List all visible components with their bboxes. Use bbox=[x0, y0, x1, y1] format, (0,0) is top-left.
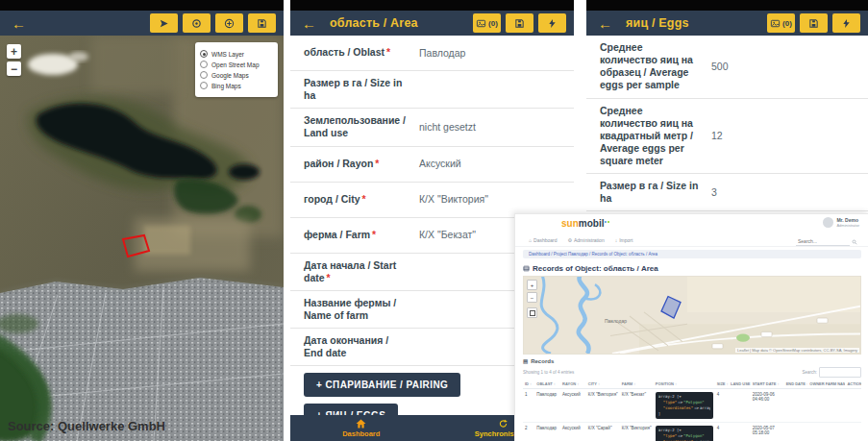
logo-dot-blue bbox=[605, 221, 607, 223]
form-field-row[interactable]: Размер в га / Size in ha 3 bbox=[586, 174, 868, 211]
cell-actions bbox=[845, 389, 861, 423]
zoom-in-button[interactable]: + bbox=[527, 280, 537, 290]
column-header[interactable]: SIZE↕ bbox=[715, 380, 729, 389]
column-header[interactable]: START DATE↕ bbox=[751, 380, 784, 389]
table-header-row: ID↕OBLAST↕RAYON↕CITY↕FARM↕POSITION↕SIZE↕… bbox=[523, 380, 861, 389]
column-header-label: ACTIONS bbox=[847, 381, 861, 386]
records-title-text: Records bbox=[531, 358, 554, 364]
map-controls: + − bbox=[527, 280, 537, 318]
sunmobil-logo[interactable]: sunmobil bbox=[561, 218, 609, 229]
field-label: Среднее количество яиц на образец / Aver… bbox=[600, 41, 700, 92]
cell-farm: К/Х "Бекзат" bbox=[620, 389, 654, 423]
column-header[interactable]: OWNER FARM NAME↕ bbox=[807, 380, 845, 389]
form-field-row[interactable]: город / City* К/Х "Виктория" bbox=[290, 183, 574, 218]
flash-button[interactable] bbox=[832, 13, 860, 33]
required-asterisk: * bbox=[375, 158, 379, 169]
cell-farm: К/Х "Виктория" bbox=[620, 422, 654, 441]
nav-link[interactable]: ⚙Administration bbox=[568, 237, 605, 243]
table-row[interactable]: 2 Павлодар Аксуский К/Х "Сарай" К/Х "Вик… bbox=[523, 422, 861, 441]
user-menu[interactable]: Mr. DemoAdministrator bbox=[823, 217, 859, 228]
photo-count: (0) bbox=[782, 19, 792, 28]
form-field-row[interactable]: Среднее количество яиц на квадратный мет… bbox=[586, 99, 868, 175]
save-button[interactable] bbox=[248, 13, 276, 33]
column-header[interactable]: RAYON↕ bbox=[560, 380, 586, 389]
back-icon[interactable]: ← bbox=[302, 16, 316, 31]
gps-target-button[interactable] bbox=[183, 13, 211, 33]
back-icon[interactable]: ← bbox=[598, 16, 612, 31]
radio-icon bbox=[200, 71, 208, 79]
photos-button[interactable]: (0) bbox=[473, 13, 501, 33]
cell-position: array:2 [▼ "type"=>"Polygon" "coordinate… bbox=[654, 422, 715, 441]
form-field-row[interactable]: Среднее количество яиц на образец / Aver… bbox=[586, 36, 868, 99]
column-header[interactable]: POSITION↕ bbox=[654, 380, 715, 389]
page-title: яиц / Eggs bbox=[626, 16, 689, 30]
cell-id: 2 bbox=[523, 422, 534, 441]
field-value: К/Х "Виктория" bbox=[419, 193, 488, 206]
form-field-row[interactable]: Землепользование / Land use nicht gesetz… bbox=[290, 109, 574, 146]
cell-start-date: 2020-05-07 05:18:00 bbox=[751, 422, 784, 441]
column-header[interactable]: OBLAST↕ bbox=[534, 380, 560, 389]
photo-icon bbox=[770, 18, 781, 29]
search-icon[interactable] bbox=[852, 239, 857, 245]
save-button[interactable] bbox=[506, 13, 533, 33]
layer-option[interactable]: Bing Maps bbox=[200, 82, 273, 89]
gps-target-icon bbox=[191, 18, 202, 29]
column-header[interactable]: END DATE↕ bbox=[784, 380, 808, 389]
pairing-button[interactable]: + СПАРИВАНИЕ / PAIRING bbox=[304, 373, 460, 397]
column-header[interactable]: ACTIONS↕ bbox=[845, 380, 861, 389]
records-icon: ▤ bbox=[523, 358, 528, 364]
home-icon bbox=[356, 419, 366, 429]
zoom-out-button[interactable]: − bbox=[7, 61, 21, 76]
table-row[interactable]: 1 Павлодар Аксуский К/Х "Виктория" К/Х "… bbox=[523, 389, 861, 423]
column-header-label: SIZE bbox=[717, 381, 726, 386]
breadcrumb[interactable]: Dashboard / Project Павлодар / Records o… bbox=[523, 250, 861, 258]
flash-icon bbox=[841, 18, 852, 29]
layer-option[interactable]: Open Street Map bbox=[200, 61, 273, 68]
field-label: Землепользование / Land use bbox=[304, 114, 408, 139]
cell-size: 4 bbox=[715, 422, 729, 441]
column-header[interactable]: ID↕ bbox=[523, 380, 534, 389]
form-field-row[interactable]: область / Oblast* Павлодар bbox=[290, 36, 574, 71]
field-label-text: Дата начала / Start date bbox=[304, 259, 396, 283]
layer-option[interactable]: WMS Layer bbox=[200, 50, 273, 58]
fullscreen-icon bbox=[530, 310, 535, 316]
zoom-in-button[interactable]: + bbox=[7, 44, 21, 59]
field-value: nicht gesetzt bbox=[419, 121, 476, 134]
fullscreen-button[interactable] bbox=[527, 307, 537, 318]
osm-map-image: Павлодар bbox=[524, 277, 860, 354]
column-header[interactable]: FARM↕ bbox=[620, 380, 654, 389]
photos-button[interactable]: (0) bbox=[767, 13, 795, 33]
leaflet-map[interactable]: Павлодар + − Leaflet | Map data © OpenSt… bbox=[523, 276, 861, 355]
photo-count: (0) bbox=[488, 19, 498, 28]
flash-button[interactable] bbox=[538, 13, 566, 33]
satellite-map[interactable]: + − WMS Layer Open Street Map Google Map… bbox=[0, 36, 284, 441]
nav-dashboard[interactable]: Dashboard bbox=[290, 415, 433, 441]
global-search bbox=[796, 237, 857, 246]
layer-option[interactable]: Google Maps bbox=[200, 71, 273, 79]
form-field-row[interactable]: район / Rayon* Аксуский bbox=[290, 147, 574, 183]
field-label-text: Размер в га / Size in ha bbox=[304, 77, 402, 101]
send-icon bbox=[159, 18, 169, 29]
radio-icon bbox=[200, 50, 208, 58]
save-button[interactable] bbox=[800, 13, 828, 33]
field-label: ферма / Farm* bbox=[304, 229, 408, 241]
nav-link[interactable]: ⌂Dashboard bbox=[529, 237, 558, 243]
map-panel: ← bbox=[0, 0, 284, 441]
send-button[interactable] bbox=[150, 13, 178, 33]
column-header-label: START DATE bbox=[753, 381, 777, 386]
back-icon[interactable]: ← bbox=[12, 16, 26, 31]
nav-dashboard-label: Dashboard bbox=[342, 429, 380, 438]
field-label-text: Землепользование / Land use bbox=[304, 114, 406, 138]
nav-link[interactable]: ↓Import bbox=[615, 237, 633, 243]
add-button[interactable] bbox=[215, 13, 243, 33]
sort-icon: ↕ bbox=[806, 381, 808, 386]
column-header[interactable]: CITY↕ bbox=[586, 380, 620, 389]
records-search-input[interactable] bbox=[819, 367, 861, 378]
field-label: Дата окончания / End date bbox=[304, 334, 408, 359]
column-header[interactable]: LAND USE↕ bbox=[729, 380, 751, 389]
search-input[interactable] bbox=[796, 237, 850, 246]
zoom-out-button[interactable]: − bbox=[527, 292, 537, 303]
records-page-title: Records of Object: область / Area bbox=[515, 261, 868, 275]
field-label-text: Размер в га / Size in ha bbox=[600, 180, 698, 204]
form-field-row[interactable]: Размер в га / Size in ha bbox=[290, 71, 574, 109]
